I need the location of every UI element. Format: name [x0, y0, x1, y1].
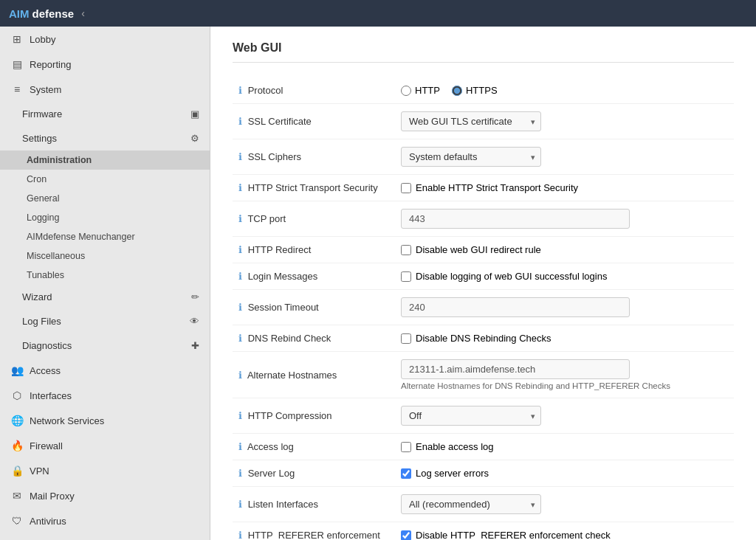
server-log-checkbox[interactable] — [401, 468, 411, 479]
sidebar-toggle[interactable]: ‹ — [81, 7, 85, 19]
sidebar-label-miscellaneous: Miscellaneous — [27, 251, 85, 261]
sidebar-item-network-services[interactable]: 🌐 Network Services — [0, 408, 210, 433]
row-http-referer: ℹ HTTP_REFERER enforcement Disable HTTP_… — [233, 522, 734, 541]
sidebar-item-firmware[interactable]: Firmware ▣ — [0, 102, 210, 126]
label-alternate-hostnames: ℹ Alternate Hostnames — [233, 352, 395, 398]
settings-gear-icon: ⚙ — [190, 133, 199, 144]
listen-interfaces-select[interactable]: All (recommended) — [401, 494, 541, 514]
control-listen-interfaces: All (recommended) — [395, 487, 734, 522]
tcp-port-input[interactable] — [401, 209, 630, 229]
label-dns-rebind: ℹ DNS Rebind Check — [233, 325, 395, 352]
control-ssl-certificate: Web GUI TLS certificate — [395, 104, 734, 139]
sidebar-label-vpn: VPN — [30, 465, 49, 477]
sidebar-label-general: General — [27, 193, 59, 204]
sidebar-item-interfaces[interactable]: ⬡ Interfaces — [0, 383, 210, 408]
sidebar-item-mail-proxy[interactable]: ✉ Mail Proxy — [0, 483, 210, 508]
sidebar-item-miscellaneous[interactable]: Miscellaneous — [0, 246, 210, 266]
sidebar-item-aimdefense-menuchanger[interactable]: AIMdefense Menuchanger — [0, 227, 210, 246]
info-icon-alternate-hostnames: ℹ — [238, 370, 242, 381]
row-alternate-hostnames: ℹ Alternate Hostnames Alternate Hostname… — [233, 352, 734, 398]
radio-http[interactable]: HTTP — [401, 85, 440, 96]
section-title: Web GUI — [233, 41, 734, 63]
alternate-hostnames-input[interactable] — [401, 359, 630, 379]
dns-rebind-checkbox[interactable] — [401, 333, 411, 344]
dns-rebind-checkbox-label[interactable]: Disable DNS Rebinding Checks — [401, 333, 728, 344]
sidebar-label-cron: Cron — [27, 174, 47, 184]
sidebar-item-general[interactable]: General — [0, 189, 210, 208]
control-tcp-port — [395, 201, 734, 237]
sidebar-label-aimdefense-menuchanger: AIMdefense Menuchanger — [27, 232, 135, 242]
control-http-redirect: Disable web GUI redirect rule — [395, 237, 734, 263]
ssl-ciphers-select[interactable]: System defaults — [401, 147, 541, 167]
session-timeout-input[interactable] — [401, 297, 630, 317]
alternate-hostnames-note: Alternate Hostnames for DNS Rebinding an… — [401, 381, 728, 390]
sidebar-label-system: System — [30, 84, 61, 95]
sidebar-item-firewall[interactable]: 🔥 Firewall — [0, 433, 210, 458]
info-icon-access-log: ℹ — [238, 441, 242, 452]
label-login-messages: ℹ Login Messages — [233, 263, 395, 290]
login-messages-checkbox[interactable] — [401, 271, 411, 282]
firewall-icon: 🔥 — [10, 440, 24, 451]
sidebar-item-administration[interactable]: Administration — [0, 150, 210, 170]
control-dns-rebind: Disable DNS Rebinding Checks — [395, 325, 734, 352]
http-compression-select[interactable]: Off — [401, 406, 541, 426]
sidebar-item-vpn[interactable]: 🔒 VPN — [0, 458, 210, 483]
info-icon-protocol: ℹ — [238, 85, 242, 96]
sidebar-item-log-files[interactable]: Log Files 👁 — [0, 309, 210, 333]
reporting-icon: ▤ — [10, 58, 24, 70]
radio-http-input[interactable] — [401, 86, 411, 96]
sidebar-item-tunables[interactable]: Tunables — [0, 266, 210, 285]
sidebar-item-antivirus[interactable]: 🛡 Antivirus — [0, 508, 210, 533]
row-http-redirect: ℹ HTTP Redirect Disable web GUI redirect… — [233, 237, 734, 263]
row-ssl-certificate: ℹ SSL Certificate Web GUI TLS certificat… — [233, 104, 734, 139]
hsts-checkbox[interactable] — [401, 183, 411, 193]
http-compression-select-wrapper: Off — [401, 406, 541, 426]
interfaces-icon: ⬡ — [10, 390, 24, 401]
listen-interfaces-select-wrapper: All (recommended) — [401, 494, 541, 514]
info-icon-listen-interfaces: ℹ — [238, 499, 242, 510]
row-dns-rebind: ℹ DNS Rebind Check Disable DNS Rebinding… — [233, 325, 734, 352]
access-log-checkbox[interactable] — [401, 442, 411, 452]
label-listen-interfaces: ℹ Listen Interfaces — [233, 487, 395, 522]
label-access-log: ℹ Access log — [233, 434, 395, 460]
sidebar-item-diagnostics[interactable]: Diagnostics ✚ — [0, 333, 210, 358]
http-redirect-checkbox-label[interactable]: Disable web GUI redirect rule — [401, 244, 728, 255]
sidebar-label-mail-proxy: Mail Proxy — [30, 491, 75, 502]
sidebar-item-access[interactable]: 👥 Access — [0, 358, 210, 383]
sidebar-label-diagnostics: Diagnostics — [22, 340, 72, 351]
ssl-cert-select-wrapper: Web GUI TLS certificate — [401, 111, 541, 131]
info-icon-tcp-port: ℹ — [238, 213, 242, 224]
sidebar-label-log-files: Log Files — [22, 316, 61, 327]
sidebar-item-settings[interactable]: Settings ⚙ — [0, 126, 210, 150]
firmware-icon: ▣ — [190, 108, 199, 120]
ssl-certificate-select[interactable]: Web GUI TLS certificate — [401, 111, 541, 131]
radio-https-input[interactable] — [452, 86, 462, 96]
sidebar-item-cron[interactable]: Cron — [0, 170, 210, 189]
server-log-checkbox-label[interactable]: Log server errors — [401, 468, 728, 479]
sidebar-item-logging[interactable]: Logging — [0, 208, 210, 227]
control-server-log: Log server errors — [395, 460, 734, 487]
label-http-referer: ℹ HTTP_REFERER enforcement — [233, 522, 395, 541]
radio-https[interactable]: HTTPS — [452, 85, 498, 96]
http-referer-checkbox-label[interactable]: Disable HTTP_REFERER enforcement check — [401, 530, 728, 540]
login-messages-checkbox-label[interactable]: Disable logging of web GUI successful lo… — [401, 271, 728, 282]
sidebar-item-system[interactable]: ≡ System — [0, 77, 210, 102]
http-redirect-checkbox[interactable] — [401, 245, 411, 255]
hsts-checkbox-label[interactable]: Enable HTTP Strict Transport Security — [401, 182, 728, 193]
sidebar-item-reporting[interactable]: ▤ Reporting — [0, 52, 210, 77]
row-access-log: ℹ Access log Enable access log — [233, 434, 734, 460]
http-referer-checkbox[interactable] — [401, 530, 411, 541]
sidebar-item-wizard[interactable]: Wizard ✏ — [0, 285, 210, 309]
control-ssl-ciphers: System defaults — [395, 139, 734, 175]
sidebar-item-certificates[interactable]: 📜 Certificates — [0, 533, 210, 540]
network-services-icon: 🌐 — [10, 415, 24, 426]
sidebar-item-lobby[interactable]: ⊞ Lobby — [0, 27, 210, 52]
label-http-compression: ℹ HTTP Compression — [233, 398, 395, 434]
access-log-checkbox-label[interactable]: Enable access log — [401, 441, 728, 452]
row-protocol: ℹ Protocol HTTP HT — [233, 77, 734, 104]
info-icon-ssl-cert: ℹ — [238, 116, 242, 127]
info-icon-dns-rebind: ℹ — [238, 333, 242, 344]
row-session-timeout: ℹ Session Timeout — [233, 290, 734, 325]
sidebar-label-settings: Settings — [22, 133, 57, 144]
settings-form: ℹ Protocol HTTP HT — [233, 77, 734, 540]
